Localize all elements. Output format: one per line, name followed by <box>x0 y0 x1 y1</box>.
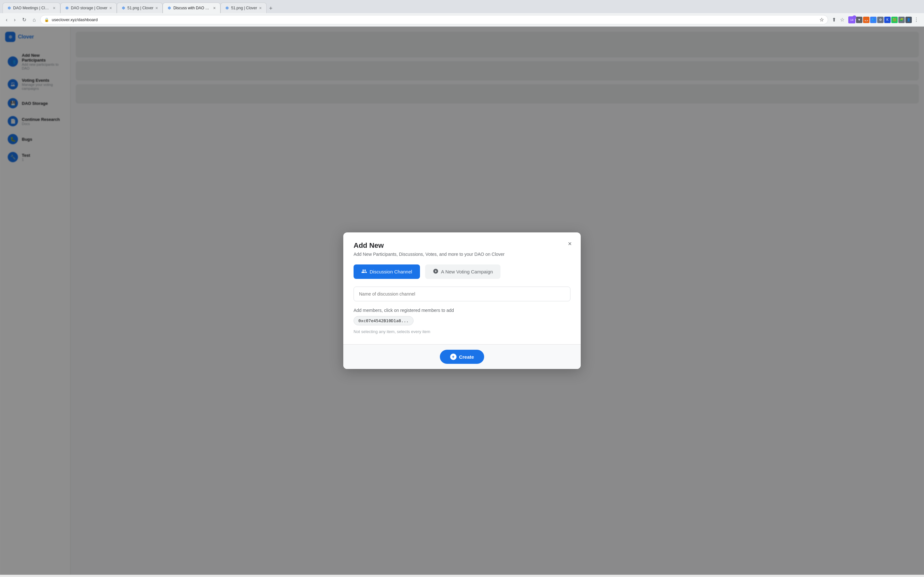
browser-chrome: ❄ DAO Meetings | Clover × ❄ DAO storage … <box>0 0 924 27</box>
tab-title-3: 51.png | Clover <box>128 6 153 10</box>
tab-icon-5: ❄ <box>225 5 229 11</box>
modal-overlay: Add New Add New Participants, Discussion… <box>0 27 924 575</box>
star-icon[interactable]: ☆ <box>819 17 824 23</box>
extensions-area: 14 ▼ 🦊 🔷 ⚙ K 🟩 🧩 👤 ⋮ <box>848 15 920 24</box>
extension-gear[interactable]: ⚙ <box>877 17 884 23</box>
ext-badge-num <box>853 15 856 19</box>
tab-button-group: Discussion Channel A New Voting Campaign <box>354 264 570 279</box>
extension-k[interactable]: K <box>884 17 891 23</box>
browser-toolbar: ‹ › ↻ ⌂ 🔒 useclover.xyz/dashboard ☆ ⬆ ☆ … <box>0 13 924 27</box>
reload-button[interactable]: ↻ <box>20 15 28 24</box>
back-button[interactable]: ‹ <box>4 16 9 24</box>
modal-title: Add New <box>354 242 570 250</box>
tab-icon-2: ❄ <box>65 5 69 11</box>
bookmark-button[interactable]: ☆ <box>838 15 846 24</box>
tab-dao-storage[interactable]: ❄ DAO storage | Clover × <box>60 3 117 13</box>
address-bar[interactable]: 🔒 useclover.xyz/dashboard ☆ <box>40 15 828 24</box>
modal-footer: + Create <box>343 344 581 369</box>
tab-title-5: 51.png | Clover <box>231 6 257 10</box>
tab-close-2[interactable]: × <box>110 5 112 11</box>
new-tab-button[interactable]: + <box>267 4 275 13</box>
tab-close-3[interactable]: × <box>155 5 158 11</box>
url-text: useclover.xyz/dashboard <box>52 17 817 22</box>
discussion-channel-tab[interactable]: Discussion Channel <box>354 264 420 279</box>
extension-fox[interactable]: 🦊 <box>863 17 869 23</box>
tab-close-1[interactable]: × <box>53 5 55 11</box>
discussion-channel-label: Discussion Channel <box>370 269 412 274</box>
extension-profile[interactable]: 👤 <box>905 17 912 23</box>
member-tag-container: 0xc07e4542B10D1a8... <box>354 316 570 326</box>
voting-campaign-label: A New Voting Campaign <box>441 269 493 274</box>
lock-icon: 🔒 <box>44 18 49 22</box>
modal-body: Add New Add New Participants, Discussion… <box>343 232 581 344</box>
voting-icon <box>433 268 439 275</box>
create-button[interactable]: + Create <box>440 350 485 364</box>
tab-dao-meetings[interactable]: ❄ DAO Meetings | Clover × <box>3 3 60 13</box>
page-container: ❄ Clover 👥 Add New Participants Add new … <box>0 27 924 575</box>
extension-green[interactable]: 🟩 <box>891 17 898 23</box>
share-button[interactable]: ⬆ <box>830 15 837 24</box>
tab-51-png-2[interactable]: ❄ 51.png | Clover × <box>220 3 266 13</box>
tab-close-4[interactable]: × <box>213 5 216 11</box>
browser-tabs: ❄ DAO Meetings | Clover × ❄ DAO storage … <box>0 0 924 13</box>
home-button[interactable]: ⌂ <box>31 16 38 24</box>
voting-campaign-tab[interactable]: A New Voting Campaign <box>425 264 501 279</box>
tab-title-1: DAO Meetings | Clover <box>13 6 51 10</box>
not-selecting-note: Not selecting any item, selects every it… <box>354 329 570 334</box>
extension-puzzle[interactable]: 🧩 <box>898 17 905 23</box>
tab-icon-3: ❄ <box>121 5 126 11</box>
member-tag[interactable]: 0xc07e4542B10D1a8... <box>354 316 414 326</box>
tab-icon-1: ❄ <box>7 5 11 11</box>
channel-name-input[interactable] <box>354 287 570 301</box>
modal-close-button[interactable]: × <box>567 239 573 249</box>
tab-close-5[interactable]: × <box>259 5 262 11</box>
discussion-icon <box>361 268 367 275</box>
tab-icon-4: ❄ <box>168 5 171 11</box>
extension-blue[interactable]: 🔷 <box>870 17 877 23</box>
forward-button[interactable]: › <box>12 16 17 24</box>
extension-14[interactable]: 14 <box>848 16 855 23</box>
tab-title-4: Discuss with DAO Members | C <box>173 6 211 10</box>
modal-subtitle: Add New Participants, Discussions, Votes… <box>354 251 570 257</box>
tab-discuss-dao[interactable]: ❄ Discuss with DAO Members | C × <box>163 3 220 13</box>
create-label: Create <box>459 354 474 359</box>
plus-circle-icon: + <box>450 354 457 360</box>
browser-actions: ⬆ ☆ <box>830 15 846 24</box>
tab-51-png[interactable]: ❄ 51.png | Clover × <box>117 3 163 13</box>
extension-down[interactable]: ▼ <box>856 17 863 23</box>
members-label: Add members, click on registered members… <box>354 308 570 313</box>
tab-title-2: DAO storage | Clover <box>71 6 107 10</box>
add-new-modal: Add New Add New Participants, Discussion… <box>343 232 581 369</box>
menu-button[interactable]: ⋮ <box>913 15 920 24</box>
